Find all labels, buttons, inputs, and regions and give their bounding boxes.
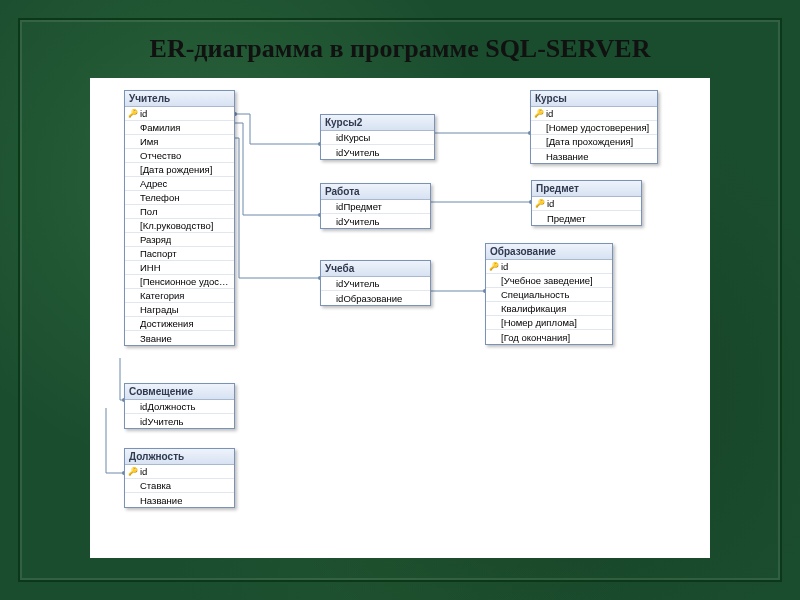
table-header: Должность xyxy=(125,449,234,465)
table-header: Работа xyxy=(321,184,430,200)
column-name: [Учебное заведение] xyxy=(501,275,593,286)
column-name: id xyxy=(140,108,147,119)
column-name: [Дата прохождения] xyxy=(546,136,633,147)
column-name: [Номер удостоверения] xyxy=(546,122,649,133)
column-row: 🔑id xyxy=(532,197,641,211)
table-kursy[interactable]: Курсы 🔑id[Номер удостоверения][Дата прох… xyxy=(530,90,658,164)
column-name: [Дата рождения] xyxy=(140,164,212,175)
column-row: 🔑id xyxy=(125,107,234,121)
column-row: idУчитель xyxy=(321,145,434,159)
column-name: [Пенсионное удостовер… xyxy=(140,276,230,287)
column-name: Фамилия xyxy=(140,122,180,133)
table-dolzhnost[interactable]: Должность 🔑idСтавкаНазвание xyxy=(124,448,235,508)
table-predmet[interactable]: Предмет 🔑idПредмет xyxy=(531,180,642,226)
column-row: [Номер диплома] xyxy=(486,316,612,330)
primary-key-icon: 🔑 xyxy=(488,262,500,271)
column-row: Телефон xyxy=(125,191,234,205)
column-row: Достижения xyxy=(125,317,234,331)
column-name: ИНН xyxy=(140,262,161,273)
table-kursy2[interactable]: Курсы2 idКурсыidУчитель xyxy=(320,114,435,160)
table-header: Совмещение xyxy=(125,384,234,400)
column-name: Телефон xyxy=(140,192,179,203)
column-row: 🔑id xyxy=(531,107,657,121)
column-row: Категория xyxy=(125,289,234,303)
column-row: [Пенсионное удостовер… xyxy=(125,275,234,289)
column-name: idУчитель xyxy=(336,147,379,158)
column-name: Категория xyxy=(140,290,184,301)
column-row: Паспорт xyxy=(125,247,234,261)
table-header: Курсы xyxy=(531,91,657,107)
table-body: idКурсыidУчитель xyxy=(321,131,434,159)
column-name: Квалификация xyxy=(501,303,566,314)
primary-key-icon: 🔑 xyxy=(127,109,139,118)
column-row: [Год окончания] xyxy=(486,330,612,344)
column-row: Отчество xyxy=(125,149,234,163)
column-name: Пол xyxy=(140,206,157,217)
table-header: Учеба xyxy=(321,261,430,277)
table-body: idПредметidУчитель xyxy=(321,200,430,228)
column-row: 🔑id xyxy=(125,465,234,479)
column-name: idУчитель xyxy=(336,216,379,227)
column-name: idУчитель xyxy=(336,278,379,289)
column-name: idОбразование xyxy=(336,293,402,304)
column-row: idОбразование xyxy=(321,291,430,305)
column-name: Имя xyxy=(140,136,159,147)
column-row: Разряд xyxy=(125,233,234,247)
column-name: idДолжность xyxy=(140,401,196,412)
column-row: idКурсы xyxy=(321,131,434,145)
column-name: Предмет xyxy=(547,213,586,224)
column-row: [Дата прохождения] xyxy=(531,135,657,149)
column-row: [Учебное заведение] xyxy=(486,274,612,288)
column-name: id xyxy=(140,466,147,477)
column-row: idУчитель xyxy=(321,214,430,228)
table-header: Курсы2 xyxy=(321,115,434,131)
column-row: [Кл.руководство] xyxy=(125,219,234,233)
column-name: idПредмет xyxy=(336,201,382,212)
table-body: 🔑idСтавкаНазвание xyxy=(125,465,234,507)
column-row: [Дата рождения] xyxy=(125,163,234,177)
table-body: idДолжностьidУчитель xyxy=(125,400,234,428)
column-row: idПредмет xyxy=(321,200,430,214)
table-ucheba[interactable]: Учеба idУчительidОбразование xyxy=(320,260,431,306)
column-row: Пол xyxy=(125,205,234,219)
table-body: 🔑idФамилияИмяОтчество[Дата рождения]Адре… xyxy=(125,107,234,345)
diagram-canvas: Учитель 🔑idФамилияИмяОтчество[Дата рожде… xyxy=(90,78,710,558)
column-row: Награды xyxy=(125,303,234,317)
column-row: Специальность xyxy=(486,288,612,302)
column-row: Фамилия xyxy=(125,121,234,135)
column-name: Ставка xyxy=(140,480,171,491)
table-body: 🔑idПредмет xyxy=(532,197,641,225)
column-name: [Год окончания] xyxy=(501,332,570,343)
column-name: Награды xyxy=(140,304,179,315)
column-row: Название xyxy=(531,149,657,163)
column-name: Адрес xyxy=(140,178,167,189)
column-name: Достижения xyxy=(140,318,194,329)
column-row: Адрес xyxy=(125,177,234,191)
column-row: Название xyxy=(125,493,234,507)
primary-key-icon: 🔑 xyxy=(534,199,546,208)
column-name: Паспорт xyxy=(140,248,177,259)
column-row: Звание xyxy=(125,331,234,345)
column-name: [Номер диплома] xyxy=(501,317,577,328)
column-row: idДолжность xyxy=(125,400,234,414)
column-row: idУчитель xyxy=(321,277,430,291)
column-row: Имя xyxy=(125,135,234,149)
column-row: ИНН xyxy=(125,261,234,275)
column-row: Квалификация xyxy=(486,302,612,316)
column-name: Название xyxy=(140,495,182,506)
table-rabota[interactable]: Работа idПредметidУчитель xyxy=(320,183,431,229)
column-name: id xyxy=(501,261,508,272)
slide-title: ER-диаграмма в программе SQL-SERVER xyxy=(0,34,800,64)
table-body: idУчительidОбразование xyxy=(321,277,430,305)
column-name: Название xyxy=(546,151,588,162)
column-row: idУчитель xyxy=(125,414,234,428)
table-obrazovanie[interactable]: Образование 🔑id[Учебное заведение]Специа… xyxy=(485,243,613,345)
column-name: Специальность xyxy=(501,289,569,300)
column-name: id xyxy=(547,198,554,209)
table-sovmeshchenie[interactable]: Совмещение idДолжностьidУчитель xyxy=(124,383,235,429)
column-name: idКурсы xyxy=(336,132,370,143)
column-name: [Кл.руководство] xyxy=(140,220,213,231)
table-teacher[interactable]: Учитель 🔑idФамилияИмяОтчество[Дата рожде… xyxy=(124,90,235,346)
column-name: Разряд xyxy=(140,234,171,245)
column-name: id xyxy=(546,108,553,119)
